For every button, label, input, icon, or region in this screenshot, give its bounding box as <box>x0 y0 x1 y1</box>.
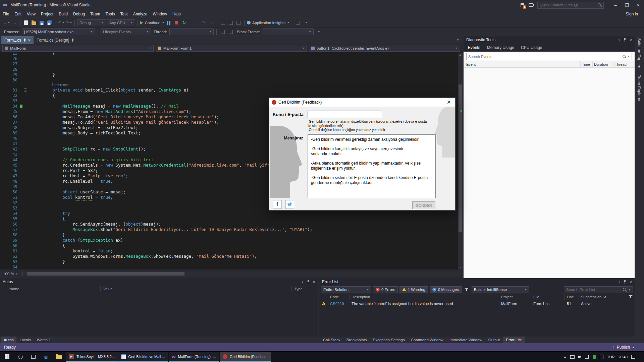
tab-watch-1[interactable]: Watch 1 <box>34 337 54 343</box>
dialog-close-button[interactable]: ✕ <box>442 98 455 107</box>
column-type[interactable]: Type <box>292 286 318 292</box>
tab-immediate-window[interactable]: Immediate Window <box>446 337 485 343</box>
code-line[interactable]: 29 } <box>0 72 458 77</box>
warnings-filter-button[interactable]: 1 Warning <box>399 286 428 293</box>
show-threads-button[interactable] <box>227 28 234 36</box>
menu-project[interactable]: Project <box>38 10 56 18</box>
stop-button[interactable] <box>173 19 180 26</box>
undo-button[interactable]: ↶▼ <box>58 19 64 26</box>
step-out-button[interactable]: ↑ <box>208 19 215 26</box>
column-suppression-state[interactable]: Suppression St... <box>579 294 635 300</box>
code-line[interactable]: 28 <box>0 67 458 72</box>
tab-cpu-usage[interactable]: CPU Usage <box>518 45 545 50</box>
zoom-dropdown[interactable]: 100 %▼ <box>1 272 20 276</box>
search-error-list-input[interactable] <box>566 288 621 292</box>
subject-input[interactable] <box>308 111 382 118</box>
column-name[interactable]: Name <box>0 286 101 292</box>
lifecycle-events-dropdown[interactable]: Lifecycle Events▼ <box>101 28 151 35</box>
menu-file[interactable]: File <box>0 10 12 18</box>
search-error-list-box[interactable]: ▼ <box>564 286 633 293</box>
close-icon[interactable]: × <box>629 280 632 285</box>
save-button[interactable] <box>38 19 45 26</box>
search-chevron[interactable]: ▼ <box>628 55 630 58</box>
application-insights-button[interactable]: Application Insights▼ <box>247 19 289 26</box>
debug-toolbar-overflow-chevron[interactable]: ▼ <box>318 30 320 33</box>
send-button[interactable]: GÖNDER <box>412 201 435 209</box>
publish-button[interactable]: ↑ Publish ▲ <box>613 345 644 350</box>
search-chevron[interactable]: ▼ <box>628 289 631 291</box>
cortana-button[interactable] <box>14 352 27 362</box>
column-thread[interactable]: Thread <box>613 61 635 67</box>
pin-icon[interactable] <box>23 38 26 42</box>
code-line[interactable]: 63 } <box>0 259 458 264</box>
code-line[interactable]: 60 { <box>0 243 458 248</box>
tab-exception-settings[interactable]: Exception Settings <box>370 337 408 343</box>
menu-build[interactable]: Build <box>56 10 70 18</box>
edge-button[interactable]: e <box>40 352 52 362</box>
menu-help[interactable]: Help <box>170 10 183 18</box>
taskbar-app-feedback[interactable]: Geri Bildirim (Feedba... <box>220 352 271 362</box>
start-button[interactable] <box>0 352 14 362</box>
window-position-chevron[interactable]: ▼ <box>618 39 620 41</box>
toolbar-extra-button-1[interactable] <box>220 19 226 26</box>
filter-button[interactable] <box>463 286 470 293</box>
menu-view[interactable]: View <box>24 10 38 18</box>
navigate-back-button[interactable]: ←▼ <box>3 19 10 26</box>
code-line[interactable]: 61 kontrol = false; <box>0 248 458 254</box>
toolbar-extra-button-2[interactable] <box>227 19 234 26</box>
file-explorer-button[interactable] <box>52 352 65 362</box>
tab-error-list[interactable]: Error List <box>503 337 525 343</box>
build-intellisense-dropdown[interactable]: Build + IntelliSense▼ <box>472 286 529 293</box>
twitter-button[interactable] <box>285 200 294 209</box>
menu-tools[interactable]: Tools <box>103 10 118 18</box>
close-tab-icon[interactable]: × <box>28 38 31 42</box>
menu-edit[interactable]: Edit <box>12 10 24 18</box>
column-event[interactable]: Event <box>464 62 580 66</box>
taskbar-app-notepad[interactable]: Geri Bildirim ve Mail ... <box>118 352 168 362</box>
step-over-button[interactable]: ↷ <box>200 19 207 26</box>
column-project[interactable]: Project <box>499 294 531 300</box>
minimize-button[interactable]: – <box>610 0 621 10</box>
tab-team-explorer[interactable]: Team Explorer <box>637 75 641 102</box>
code-line[interactable]: 25 { <box>0 53 458 56</box>
code-line[interactable]: 56 rc.SendAsync(mesaj, (object)mesaj); <box>0 222 458 227</box>
member-dropdown[interactable]: button1_Click(object sender, EventArgs e… <box>309 45 460 52</box>
language-indicator[interactable]: TUR <box>607 355 615 359</box>
thread-dropdown[interactable]: ▼ <box>169 28 214 35</box>
quick-launch[interactable] <box>537 2 604 9</box>
volume-tray-icon[interactable] <box>578 356 580 358</box>
code-line[interactable]: 62 System.Windows.Forms.MessageBox.Show(… <box>0 254 458 259</box>
scroll-down-arrow-icon[interactable]: ▼ <box>458 265 463 269</box>
menu-debug[interactable]: Debug <box>70 10 88 18</box>
taskbar-app-visual-studio[interactable]: ∞ MailForm (Running) -... <box>169 352 219 362</box>
close-button[interactable]: ✕ <box>633 0 644 10</box>
column-file[interactable]: File <box>531 294 565 300</box>
search-events-box[interactable]: ▼ <box>466 53 632 60</box>
code-line[interactable]: 64 <box>0 264 458 269</box>
redo-button[interactable]: ↷▼ <box>65 19 72 26</box>
tab-events[interactable]: Events <box>465 45 483 50</box>
continue-button[interactable]: Continue▼ <box>140 19 164 26</box>
hidden-icons-chevron[interactable]: ▲ <box>564 355 567 359</box>
tab-command-window[interactable]: Command Window <box>408 337 446 343</box>
search-events-input[interactable] <box>468 55 621 59</box>
tab-call-stack[interactable]: Call Stack <box>320 337 343 343</box>
tab-breakpoints[interactable]: Breakpoints <box>343 337 370 343</box>
code-line[interactable]: 27 <box>0 61 458 67</box>
funnel-icon[interactable] <box>629 295 633 299</box>
code-line[interactable]: 57 MessageBox.Show("Geri Bildirim Gönder… <box>0 227 458 232</box>
restart-button[interactable]: ↻ <box>181 19 187 26</box>
tab-autos[interactable]: Autos <box>1 337 16 343</box>
display-tray-icon[interactable] <box>570 355 575 359</box>
menu-test[interactable]: Test <box>118 10 130 18</box>
menu-team[interactable]: Team <box>88 10 103 18</box>
column-value[interactable]: Value <box>101 286 292 292</box>
tab-memory-usage[interactable]: Memory Usage <box>484 45 517 50</box>
tab-form1-design[interactable]: Form1.cs [Design] <box>34 36 77 44</box>
tab-locals[interactable]: Locals <box>16 337 34 343</box>
code-line[interactable]: 30 <box>0 77 458 83</box>
error-list-row[interactable]: CS0219 The variable 'kontrol' is assigne… <box>319 300 635 307</box>
toolbar-overflow-chevron[interactable]: ▼ <box>305 21 308 24</box>
column-time[interactable]: Time <box>580 61 592 67</box>
code-line[interactable]: 26 <box>0 56 458 61</box>
